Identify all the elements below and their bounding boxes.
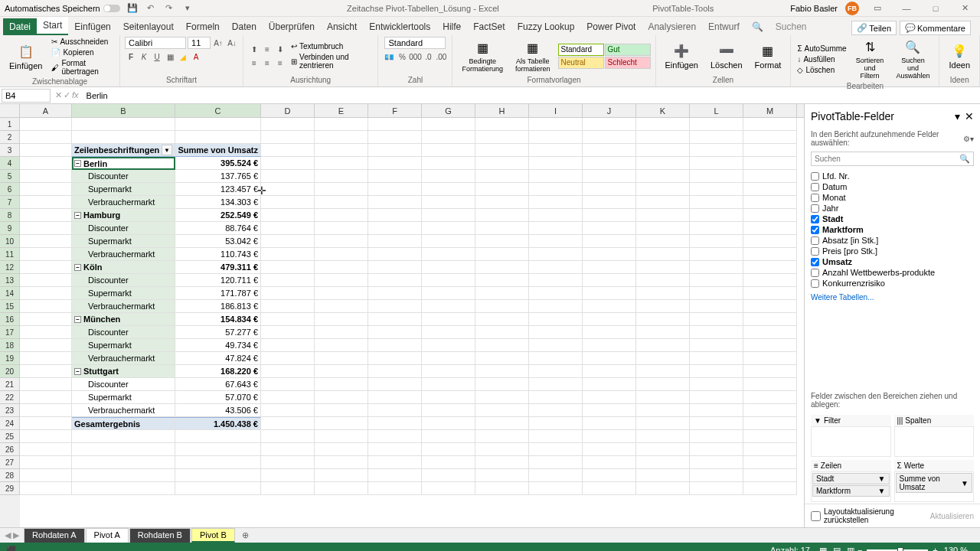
- cell[interactable]: [261, 482, 315, 495]
- tab-file[interactable]: Datei: [3, 18, 37, 35]
- cell[interactable]: [743, 131, 797, 144]
- cell[interactable]: [583, 352, 636, 365]
- row-header[interactable]: 23: [0, 404, 20, 417]
- cell[interactable]: [690, 443, 743, 456]
- cell[interactable]: [261, 261, 315, 274]
- copy-button[interactable]: 📄 Kopieren: [50, 47, 115, 57]
- cell[interactable]: 53.042 €: [175, 235, 261, 248]
- row-header[interactable]: 17: [0, 326, 20, 339]
- row-header[interactable]: 22: [0, 391, 20, 404]
- cell[interactable]: [743, 417, 797, 430]
- cell[interactable]: [422, 157, 475, 170]
- cell[interactable]: [422, 443, 475, 456]
- cell[interactable]: [261, 287, 315, 300]
- cell[interactable]: [529, 222, 583, 235]
- row-header[interactable]: 26: [0, 443, 20, 456]
- row-header[interactable]: 16: [0, 313, 20, 326]
- cell[interactable]: [583, 274, 636, 287]
- row-header[interactable]: 2: [0, 131, 20, 144]
- cell[interactable]: [422, 339, 475, 352]
- cell[interactable]: [261, 248, 315, 261]
- cell[interactable]: [475, 287, 529, 300]
- cell[interactable]: [368, 352, 422, 365]
- cell[interactable]: [690, 417, 743, 430]
- cell[interactable]: [583, 183, 636, 196]
- sheet-tab[interactable]: Pivot A: [86, 528, 129, 543]
- zoom-level[interactable]: 130 %: [938, 546, 974, 551]
- style-schlecht[interactable]: Schlecht: [605, 57, 651, 69]
- cell[interactable]: [422, 183, 475, 196]
- cell[interactable]: 120.711 €: [175, 274, 261, 287]
- page-layout-icon[interactable]: ▤: [830, 544, 844, 551]
- cell[interactable]: [422, 222, 475, 235]
- cell[interactable]: [422, 144, 475, 157]
- cell[interactable]: [315, 365, 368, 378]
- cell[interactable]: [72, 131, 175, 144]
- cell[interactable]: [690, 235, 743, 248]
- cell[interactable]: 137.765 €: [175, 170, 261, 183]
- align-left-icon[interactable]: ≡: [248, 57, 260, 69]
- cell[interactable]: [175, 430, 261, 443]
- autosum-button[interactable]: Σ AutoSumme: [795, 44, 848, 54]
- cell[interactable]: [20, 235, 72, 248]
- cell[interactable]: [583, 417, 636, 430]
- cell[interactable]: [529, 378, 583, 391]
- row-header[interactable]: 20: [0, 365, 20, 378]
- cell[interactable]: [690, 274, 743, 287]
- row-header[interactable]: 25: [0, 430, 20, 443]
- cell[interactable]: [475, 313, 529, 326]
- cell[interactable]: [20, 326, 72, 339]
- cell[interactable]: [368, 482, 422, 495]
- cell[interactable]: [529, 339, 583, 352]
- cell[interactable]: [368, 456, 422, 469]
- share-button[interactable]: 🔗 Teilen: [851, 21, 897, 35]
- cell[interactable]: [583, 131, 636, 144]
- cell[interactable]: [583, 482, 636, 495]
- cell[interactable]: [368, 274, 422, 287]
- cell[interactable]: [422, 196, 475, 209]
- ribbon-options-icon[interactable]: ▭: [867, 2, 888, 15]
- cell[interactable]: [743, 209, 797, 222]
- col-header-J[interactable]: J: [583, 104, 636, 117]
- cell[interactable]: [636, 170, 690, 183]
- cell[interactable]: [583, 300, 636, 313]
- col-header-E[interactable]: E: [315, 104, 368, 117]
- filter-area[interactable]: ▼Filter: [811, 415, 891, 457]
- cell[interactable]: [475, 456, 529, 469]
- dec-decimal-icon[interactable]: .00: [435, 51, 447, 63]
- cell[interactable]: [475, 469, 529, 482]
- cell[interactable]: [583, 287, 636, 300]
- cell[interactable]: [583, 196, 636, 209]
- cell[interactable]: [636, 456, 690, 469]
- cell[interactable]: [583, 456, 636, 469]
- cell[interactable]: [475, 196, 529, 209]
- cell[interactable]: [422, 248, 475, 261]
- field-item[interactable]: Absatz [in Stk.]: [811, 235, 974, 246]
- tab-entwurf[interactable]: Entwurf: [702, 18, 746, 35]
- cell[interactable]: 110.743 €: [175, 248, 261, 261]
- cell[interactable]: [261, 144, 315, 157]
- cell[interactable]: [690, 183, 743, 196]
- cell[interactable]: [422, 430, 475, 443]
- find-select-button[interactable]: 🔍Suchen und Auswählen: [891, 37, 934, 81]
- maximize-icon[interactable]: □: [925, 2, 946, 15]
- cell[interactable]: [368, 144, 422, 157]
- add-sheet-button[interactable]: ⊕: [236, 530, 255, 540]
- cell[interactable]: [475, 144, 529, 157]
- cell[interactable]: [261, 391, 315, 404]
- cell[interactable]: [529, 417, 583, 430]
- record-macro-icon[interactable]: ⬛: [6, 546, 17, 552]
- cell[interactable]: [422, 170, 475, 183]
- sort-filter-button[interactable]: ⇅Sortieren und Filtern: [851, 37, 889, 81]
- row-header[interactable]: 18: [0, 339, 20, 352]
- cell[interactable]: [743, 144, 797, 157]
- cell[interactable]: [175, 118, 261, 131]
- field-item[interactable]: Anzahl Wettbewerbs-produkte: [811, 267, 974, 278]
- cell[interactable]: [636, 469, 690, 482]
- cell[interactable]: [422, 131, 475, 144]
- cell[interactable]: [529, 326, 583, 339]
- cell[interactable]: [743, 443, 797, 456]
- tab-analysieren[interactable]: Analysieren: [642, 18, 702, 35]
- cell[interactable]: [315, 391, 368, 404]
- field-item[interactable]: Preis [pro Stk.]: [811, 246, 974, 256]
